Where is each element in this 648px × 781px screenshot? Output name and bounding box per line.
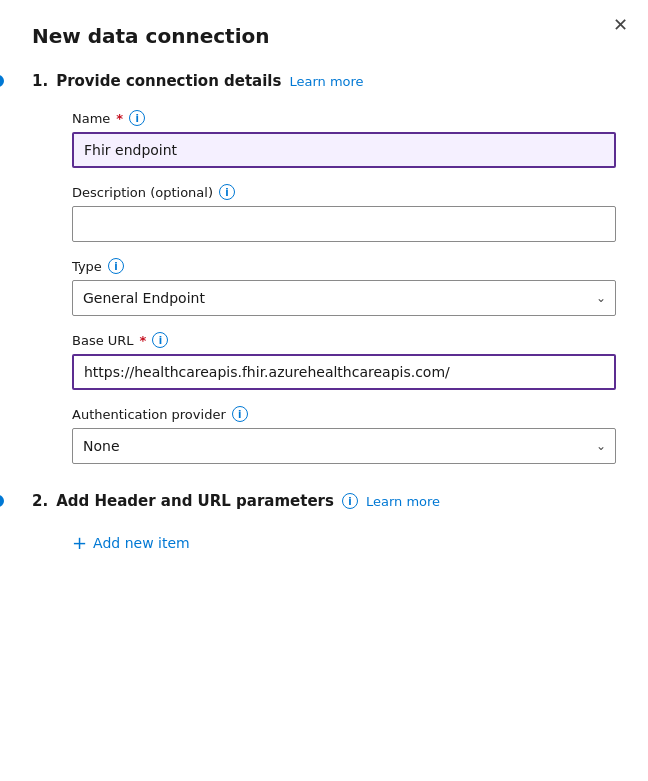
base-url-label: Base URL * i [72,332,616,348]
section1-label: Provide connection details [56,72,281,90]
section2-number: 2. [32,492,48,510]
name-field-group: Name * i [72,110,616,168]
description-label: Description (optional) i [72,184,616,200]
form-body: Name * i Description (optional) i Type i… [32,110,616,464]
auth-select[interactable]: None Basic OAuth2 [72,428,616,464]
description-field-group: Description (optional) i [72,184,616,242]
description-info-icon[interactable]: i [219,184,235,200]
add-item-label: Add new item [93,535,190,551]
name-input[interactable] [72,132,616,168]
name-required: * [116,111,123,126]
auth-label: Authentication provider i [72,406,616,422]
section1-number: 1. [32,72,48,90]
base-url-required: * [140,333,147,348]
base-url-input[interactable] [72,354,616,390]
type-info-icon[interactable]: i [108,258,124,274]
add-new-item-button[interactable]: + Add new item [72,530,190,556]
step2-dot [0,495,4,507]
auth-info-icon[interactable]: i [232,406,248,422]
plus-icon: + [72,534,87,552]
base-url-info-icon[interactable]: i [152,332,168,348]
step1-dot [0,75,4,87]
close-button[interactable]: ✕ [609,12,632,38]
description-input[interactable] [72,206,616,242]
name-info-icon[interactable]: i [129,110,145,126]
section2-learn-more[interactable]: Learn more [366,494,440,509]
modal-container: ✕ New data connection 1. Provide connect… [0,0,648,781]
type-label: Type i [72,258,616,274]
type-field-group: Type i General Endpoint FHIR Endpoint RE… [72,258,616,316]
section1-learn-more[interactable]: Learn more [289,74,363,89]
close-icon: ✕ [613,14,628,35]
modal-title: New data connection [32,24,616,48]
name-label: Name * i [72,110,616,126]
section2-body: + Add new item [32,530,616,556]
type-select-wrapper: General Endpoint FHIR Endpoint REST API … [72,280,616,316]
section2-label: Add Header and URL parameters [56,492,334,510]
base-url-field-group: Base URL * i [72,332,616,390]
auth-select-wrapper: None Basic OAuth2 ⌄ [72,428,616,464]
auth-field-group: Authentication provider i None Basic OAu… [72,406,616,464]
section2-info-icon[interactable]: i [342,493,358,509]
type-select[interactable]: General Endpoint FHIR Endpoint REST API [72,280,616,316]
